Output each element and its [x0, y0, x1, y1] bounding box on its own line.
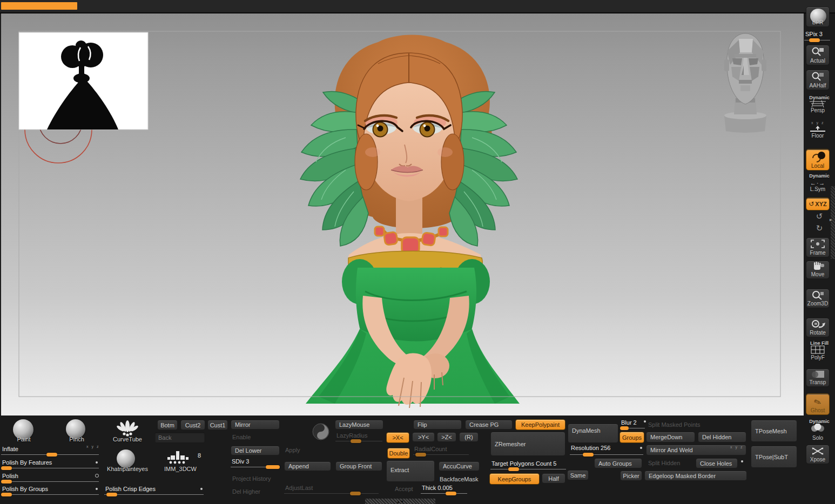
polyf-button[interactable]: PolyF	[806, 345, 830, 360]
ghost-button[interactable]: ✎ Ghost	[806, 393, 830, 415]
radial-count-slider[interactable]: RadialCount	[413, 446, 469, 457]
rotate-button[interactable]: Rotate	[806, 318, 830, 337]
target-polygons-slider[interactable]: Target Polygons Count 5	[490, 460, 566, 471]
pbg-thumb[interactable]	[1, 493, 12, 496]
keep-groups-button[interactable]: KeepGroups	[489, 473, 540, 485]
edgeloop-masked-border-button[interactable]: Edgeloop Masked Border	[644, 471, 747, 481]
apply-button[interactable]: Apply	[285, 447, 300, 453]
adjust-last-thumb[interactable]	[350, 492, 361, 495]
tray-resize-handle[interactable]: ▲▼	[365, 499, 435, 504]
actual-button[interactable]: Actual	[806, 45, 830, 65]
extract-button[interactable]: Extract	[386, 460, 435, 482]
spix-slider[interactable]: SPix 3	[804, 31, 830, 42]
groups-button[interactable]: Groups	[619, 432, 644, 443]
persp-button[interactable]: Persp	[806, 100, 830, 114]
modifier-dot[interactable]	[640, 447, 642, 449]
bpr-button[interactable]: BPR	[806, 6, 830, 27]
radial-count-thumb[interactable]	[415, 453, 426, 457]
zoom3d-button[interactable]: Zoom3D	[806, 289, 830, 308]
lazymouse-button[interactable]: LazyMouse	[335, 420, 383, 430]
enable-button[interactable]: Enable	[232, 434, 251, 440]
polish-slider[interactable]: Polish	[1, 473, 99, 483]
thick-thumb[interactable]	[446, 492, 456, 495]
modifier-dot[interactable]	[96, 461, 98, 464]
modifier-dot[interactable]	[741, 460, 743, 462]
curvetube-brush-icon[interactable]	[117, 419, 138, 437]
adjust-last-slider[interactable]: AdjustLast	[284, 485, 379, 495]
aahalf-button[interactable]: AAHalf	[806, 70, 830, 90]
target-thumb[interactable]	[508, 467, 519, 471]
picker-button[interactable]: Picker	[620, 471, 642, 481]
stroke-preview-icon[interactable]	[312, 423, 329, 440]
lazyradius-thumb[interactable]	[351, 439, 361, 443]
auto-groups-button[interactable]: Auto Groups	[594, 458, 642, 468]
mirror-z-button[interactable]: >Z<	[437, 432, 456, 442]
rotate-z-icon[interactable]: ↻	[812, 223, 826, 233]
half-button[interactable]: Half	[542, 473, 565, 483]
append-button[interactable]: Append	[284, 461, 331, 471]
modifier-dot[interactable]	[644, 420, 646, 423]
pce-thumb[interactable]	[106, 493, 117, 496]
polish-by-features-slider[interactable]: Polish By Features	[1, 459, 99, 470]
rotate-y-icon[interactable]: ↺	[812, 212, 826, 221]
lsym-button[interactable]: ←·→ L.Sym	[806, 179, 830, 193]
solo-button-shelf[interactable]: Solo	[806, 424, 830, 440]
del-hidden-button[interactable]: Del Hidden	[698, 432, 746, 442]
split-masked-points-button[interactable]: Split Masked Points	[648, 421, 701, 428]
xyz-button[interactable]: ↺ XYZ	[806, 197, 830, 210]
lazyradius-slider[interactable]: LazyRadius	[335, 432, 382, 443]
blur-slider[interactable]: Blur 2	[620, 419, 645, 430]
cust2-button[interactable]: Cust2	[180, 420, 205, 430]
tpose-subt-button[interactable]: TPose|SubT	[751, 446, 797, 468]
mirror-x-button[interactable]: >X<	[386, 432, 409, 443]
del-lower-button[interactable]: Del Lower	[231, 446, 280, 455]
accept-button[interactable]: Accept	[395, 486, 413, 492]
crease-pg-button[interactable]: Crease PG	[465, 420, 513, 430]
zremesher-button[interactable]: ZRemesher	[490, 432, 565, 456]
character-model[interactable]	[300, 35, 520, 408]
right-tray-scrollbar[interactable]	[831, 186, 835, 259]
polish-by-groups-slider[interactable]: Polish By Groups	[1, 486, 99, 496]
floor-button[interactable]: Floor	[806, 126, 830, 139]
resolution-thumb[interactable]	[583, 453, 594, 457]
resolution-slider[interactable]: Resolution 256	[570, 445, 643, 457]
modifier-dot[interactable]	[200, 488, 203, 490]
same-button[interactable]: Same	[567, 470, 589, 480]
split-hidden-button[interactable]: Split Hidden	[648, 460, 680, 466]
frame-button[interactable]: Frame	[806, 237, 830, 257]
tposemesh-button[interactable]: TPoseMesh	[751, 420, 797, 442]
cust1-button[interactable]: Cust1	[207, 420, 228, 430]
keep-polypaint-button[interactable]: KeepPolypaint	[515, 419, 565, 430]
backfacemask-button[interactable]: BackfaceMask	[440, 476, 479, 482]
reference-head-bust[interactable]	[724, 33, 766, 133]
accucurve-button[interactable]: AccuCurve	[439, 461, 480, 471]
mirror-y-button[interactable]: >Y<	[412, 432, 435, 442]
sdiv-thumb[interactable]	[266, 465, 280, 469]
close-holes-button[interactable]: Close Holes	[696, 458, 738, 468]
spix-thumb[interactable]	[809, 38, 820, 42]
move-button[interactable]: Move	[806, 261, 830, 279]
dynamesh-button[interactable]: DynaMesh	[568, 424, 618, 443]
inflate-slider[interactable]: Inflate	[1, 446, 99, 457]
flip-button[interactable]: Flip	[413, 420, 462, 430]
polish-crisp-edges-slider[interactable]: Polish Crisp Edges	[104, 486, 204, 496]
inflate-thumb[interactable]	[46, 453, 57, 457]
botm-button[interactable]: Botm	[157, 420, 178, 430]
local-button[interactable]: Local	[806, 149, 830, 171]
tray-arrow-icon[interactable]: ▸	[830, 217, 832, 222]
transp-button[interactable]: Transp	[806, 369, 830, 387]
merge-down-button[interactable]: MergeDown	[646, 432, 695, 442]
pbf-thumb[interactable]	[1, 466, 12, 470]
alpha-thumbnail[interactable]	[19, 32, 148, 130]
double-button[interactable]: Double	[387, 448, 410, 459]
mirror-r-button[interactable]: (R)	[459, 432, 479, 442]
group-front-button[interactable]: Group Front	[335, 461, 382, 471]
polish-thumb[interactable]	[1, 480, 12, 483]
modifier-ring[interactable]	[95, 474, 99, 478]
project-history-button[interactable]: Project History	[232, 475, 271, 482]
xpose-button-shelf[interactable]: Xpose	[806, 445, 830, 464]
del-higher-button[interactable]: Del Higher	[232, 488, 260, 495]
imm-3dcw-brush-icon[interactable]	[167, 451, 191, 465]
sdiv-slider[interactable]: SDiv 3	[231, 458, 280, 469]
mirror-button[interactable]: Mirror	[231, 420, 280, 430]
